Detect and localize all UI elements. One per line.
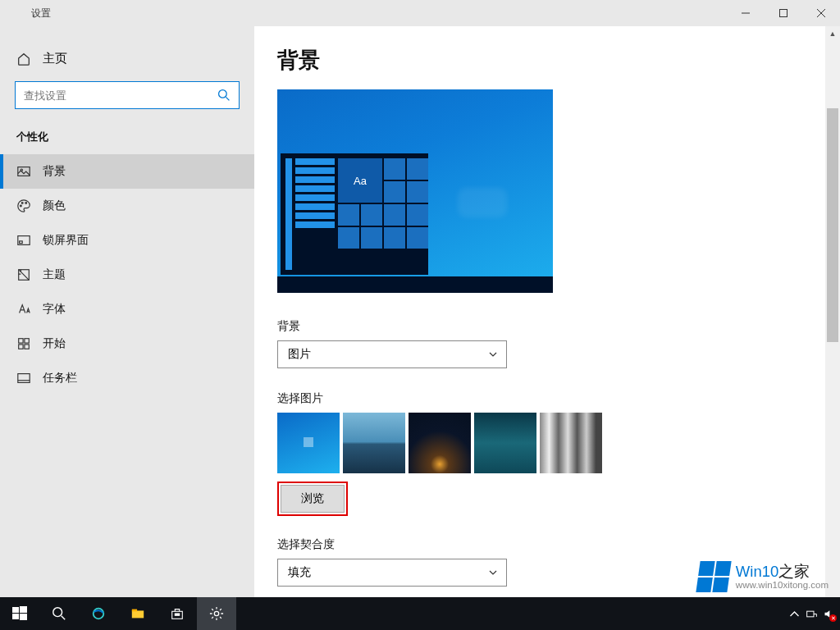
thumbnail-1[interactable] <box>277 413 340 473</box>
svg-point-4 <box>219 90 227 98</box>
svg-rect-14 <box>19 339 23 343</box>
sidebar-item-label: 字体 <box>43 302 66 317</box>
home-label: 主页 <box>43 51 67 66</box>
dropdown-value: 填充 <box>288 565 311 580</box>
chevron-down-icon <box>488 349 498 359</box>
svg-rect-31 <box>177 614 179 615</box>
svg-rect-20 <box>12 607 19 613</box>
browse-button[interactable]: 浏览 <box>281 485 345 513</box>
sidebar-item-label: 颜色 <box>43 199 66 213</box>
taskbar: ✕ <box>0 597 840 630</box>
preview-tile: Aa <box>338 158 382 203</box>
choose-image-label: 选择图片 <box>277 391 840 406</box>
preview-start-menu: Aa <box>281 153 428 275</box>
sidebar-item-label: 开始 <box>43 336 66 351</box>
sidebar-item-start[interactable]: 开始 <box>0 326 254 361</box>
volume-icon[interactable]: ✕ <box>823 608 835 620</box>
tray-expand-button[interactable] <box>788 608 801 620</box>
palette-icon <box>16 199 31 213</box>
sidebar-item-label: 背景 <box>43 164 66 179</box>
sidebar-item-label: 主题 <box>43 267 66 282</box>
svg-point-32 <box>214 611 218 615</box>
thumbnail-4[interactable] <box>474 413 536 473</box>
fonts-icon <box>16 302 31 317</box>
maximize-button[interactable] <box>765 0 802 26</box>
titlebar: 设置 <box>0 0 840 26</box>
sidebar-item-fonts[interactable]: 字体 <box>0 292 254 326</box>
edge-button[interactable] <box>79 597 118 630</box>
start-button[interactable] <box>0 597 39 630</box>
svg-rect-28 <box>132 609 137 612</box>
explorer-button[interactable] <box>118 597 158 630</box>
store-button[interactable] <box>158 597 197 630</box>
category-label: 个性化 <box>0 126 254 154</box>
home-button[interactable]: 主页 <box>0 44 254 73</box>
svg-point-9 <box>21 203 23 204</box>
minimize-button[interactable] <box>727 0 765 26</box>
svg-rect-12 <box>20 241 23 244</box>
background-dropdown[interactable]: 图片 <box>277 340 507 368</box>
sidebar-item-lockscreen[interactable]: 锁屏界面 <box>0 223 254 258</box>
search-field[interactable] <box>24 89 217 102</box>
svg-rect-1 <box>780 10 788 17</box>
sidebar-item-label: 任务栏 <box>43 371 77 386</box>
sidebar-item-themes[interactable]: 主题 <box>0 258 254 292</box>
themes-icon <box>16 267 31 282</box>
svg-rect-15 <box>25 339 29 343</box>
network-icon[interactable] <box>806 608 818 620</box>
svg-rect-22 <box>12 614 19 619</box>
svg-rect-33 <box>807 611 814 617</box>
main-content: 背景 Aa 背景 图片 <box>254 26 840 630</box>
taskbar-icon <box>16 371 31 386</box>
svg-rect-17 <box>25 345 29 349</box>
close-button[interactable] <box>802 0 840 26</box>
sidebar-item-background[interactable]: 背景 <box>0 154 254 189</box>
search-input[interactable] <box>15 81 240 109</box>
svg-rect-21 <box>20 606 27 613</box>
dropdown-value: 图片 <box>288 347 311 362</box>
search-button[interactable] <box>39 597 79 630</box>
sidebar: 主页 个性化 背景 颜色 锁屏界面 <box>0 26 254 630</box>
svg-point-24 <box>53 608 62 617</box>
window-title: 设置 <box>0 7 51 21</box>
thumbnail-3[interactable] <box>409 413 471 473</box>
svg-rect-16 <box>19 345 23 349</box>
svg-point-7 <box>21 169 22 171</box>
svg-rect-30 <box>175 614 176 615</box>
lockscreen-icon <box>16 233 31 248</box>
svg-rect-27 <box>132 610 144 618</box>
thumbnail-5[interactable] <box>540 413 602 473</box>
home-icon <box>16 52 31 66</box>
scrollbar[interactable]: ▲ ▼ <box>825 26 840 630</box>
fit-dropdown[interactable]: 填充 <box>277 559 507 587</box>
svg-point-8 <box>21 205 22 207</box>
start-icon <box>16 336 31 351</box>
thumbnail-2[interactable] <box>343 413 405 473</box>
svg-rect-23 <box>20 614 27 620</box>
fit-label: 选择契合度 <box>277 537 840 552</box>
image-icon <box>16 164 31 179</box>
svg-point-10 <box>25 203 27 204</box>
sidebar-item-label: 锁屏界面 <box>43 233 89 248</box>
background-label: 背景 <box>277 319 840 334</box>
svg-line-5 <box>226 97 229 100</box>
svg-rect-18 <box>18 374 30 383</box>
background-preview: Aa <box>277 89 553 293</box>
highlight-annotation: 浏览 <box>277 482 348 516</box>
sidebar-item-colors[interactable]: 颜色 <box>0 189 254 223</box>
settings-button[interactable] <box>197 597 236 630</box>
svg-line-25 <box>62 616 66 620</box>
image-thumbnails <box>277 413 840 473</box>
sidebar-item-taskbar[interactable]: 任务栏 <box>0 361 254 395</box>
scroll-up-icon[interactable]: ▲ <box>825 26 840 41</box>
search-icon <box>217 89 231 102</box>
chevron-down-icon <box>488 568 498 578</box>
page-title: 背景 <box>277 46 840 75</box>
scroll-thumb[interactable] <box>827 108 838 342</box>
